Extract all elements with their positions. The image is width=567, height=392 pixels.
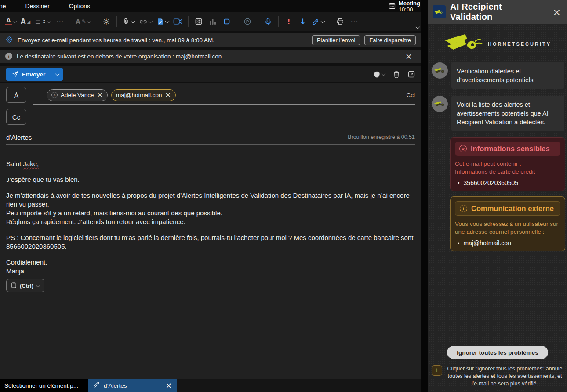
send-row: Envoyer [0, 66, 421, 83]
external-recipient-banner: i Le destinataire suivant est en dehors … [0, 50, 421, 63]
subject-input-value[interactable]: d’Alertes [6, 134, 32, 141]
presence-icon: × [51, 92, 58, 98]
schedule-send-text: Envoyez cet e-mail pendant vos heures de… [18, 37, 214, 44]
schedule-send-icon [5, 36, 13, 45]
meeting-time: 10:00 [399, 7, 420, 13]
remove-recipient-icon[interactable]: × [97, 91, 103, 98]
more-toolbar-options-button[interactable]: ⋯ [348, 14, 361, 29]
send-split-button[interactable]: Envoyer [6, 68, 63, 81]
alert-sensitive-info: × Informations sensibles Cet e-mail peut… [450, 137, 565, 191]
draft-tab[interactable]: d’Alertes × [88, 379, 177, 392]
body-paragraph: J’espère que tu vas bien. [6, 175, 414, 184]
hornet-avatar-icon [432, 96, 448, 112]
subject-row[interactable]: d’Alertes Brouillon enregistré à 00:51 [0, 127, 421, 147]
high-importance-button[interactable]: ! [282, 14, 295, 29]
recipient-name: maj@hotmail.con [116, 92, 162, 98]
ribbon-tab-partial[interactable]: ne [0, 3, 6, 10]
hornet-icon [444, 33, 483, 54]
loop-component-button[interactable] [220, 14, 233, 29]
hornetsecurity-logo: HORNETSECURITY [428, 33, 567, 54]
draft-tab-label: d’Alertes [104, 382, 127, 389]
bcc-toggle[interactable]: Cci [407, 92, 415, 98]
schedule-send-button[interactable]: Planifier l’envoi [312, 35, 360, 45]
hornet-avatar-icon [432, 62, 448, 79]
theme-brightness-button[interactable]: ☼ [100, 14, 113, 29]
assistant-message-text: Voici la liste des alertes et avertissem… [451, 96, 564, 131]
poll-chart-button[interactable] [206, 14, 219, 29]
sensitivity-button[interactable] [310, 14, 326, 29]
apps-grid-button[interactable] [192, 14, 205, 29]
message-body-editor[interactable]: Salut Jake, J’espère que tu vas bien. Je… [0, 147, 421, 379]
alert-line: Vous vous adressez à un utilisateur sur … [455, 220, 560, 236]
alert-detail-value: maj@hotmail.con [464, 240, 511, 247]
ribbon-collapse-chevron-icon[interactable] [416, 23, 419, 31]
send-button-label: Envoyer [22, 71, 45, 78]
banner-close-icon[interactable]: × [402, 51, 416, 61]
discard-trash-button[interactable] [393, 70, 400, 78]
bottom-status-bar: Sélectionner un élément p... d’Alertes × [0, 379, 421, 392]
ignore-all-issues-button[interactable]: Ignorer toutes les problèmes [447, 346, 548, 359]
status-bar-message: Sélectionner un élément p... [0, 379, 88, 392]
insert-link-button[interactable] [137, 14, 154, 29]
cc-button[interactable]: Cc [6, 109, 26, 125]
ribbon-tab-options[interactable]: Options [69, 3, 90, 10]
clipboard-icon [11, 282, 17, 290]
panel-close-icon[interactable]: × [551, 7, 563, 18]
alert-header: i Communication externe [455, 201, 560, 216]
line-spacing-button[interactable]: ≡↕ [33, 14, 52, 29]
ribbon-tab-draw[interactable]: Dessiner [25, 3, 50, 10]
cc-field-row: Cc [0, 107, 421, 127]
signature-button[interactable] [155, 14, 171, 29]
body-paragraph: Réglons ça rapidement. J’attends ton ret… [6, 218, 414, 226]
footer-disclaimer: Cliquer sur "Ignorer tous les problèmes"… [445, 365, 564, 388]
panel-header: AI Recipient Validation × [428, 0, 567, 24]
recipient-chip-flagged[interactable]: maj@hotmail.con × [111, 89, 176, 101]
body-paragraph: Marija [6, 267, 414, 276]
assistant-message: Vérification d'alertes et d'avertissemen… [428, 59, 567, 92]
meeting-reminder[interactable]: Meeting 10:00 [389, 0, 420, 13]
body-paragraph: Je m’attendais à avoir de tes nouvelles … [6, 191, 414, 209]
clear-formatting-button[interactable]: A◢ [19, 14, 32, 29]
print-button[interactable] [334, 14, 347, 29]
ribbon-menubar: ne Dessiner Options Meeting 10:00 [0, 0, 421, 12]
dismiss-banner-button[interactable]: Faire disparaître [364, 35, 416, 45]
brand-name: HORNETSECURITY [488, 41, 551, 47]
paste-options-button[interactable]: (Ctrl) [6, 279, 44, 292]
video-meeting-button[interactable] [171, 14, 185, 29]
send-options-chevron-icon[interactable] [51, 68, 63, 81]
info-circle-icon: i [460, 205, 467, 212]
alert-detail-value: 3566002020360505 [464, 179, 519, 186]
formatting-toolbar: A A◢ ≡↕ ⋯ A✎ ☼ [0, 12, 421, 33]
recipient-chip-adele[interactable]: × Adele Vance × [47, 89, 108, 101]
dictate-mic-button[interactable] [262, 14, 275, 29]
close-draft-tab-icon[interactable]: × [166, 381, 172, 390]
copilot-button[interactable] [241, 14, 254, 29]
info-square-icon: i [432, 365, 442, 376]
alert-line: Cet e-mail peut contenir : [455, 160, 560, 168]
to-button[interactable]: À [6, 87, 26, 103]
recipient-name: Adele Vance [61, 92, 94, 98]
external-recipient-text: Le destinataire suivant est en dehors de… [17, 53, 223, 60]
spellcheck-word: Jake, [23, 160, 39, 167]
panel-footer: i Cliquer sur "Ignorer tous les problème… [428, 365, 567, 392]
body-line-salutation: Salut Jake, [6, 160, 414, 168]
more-formatting-button[interactable]: ⋯ [53, 14, 66, 29]
pencil-icon [93, 381, 100, 389]
addin-app-icon [433, 5, 446, 18]
low-importance-button[interactable]: ↓ [296, 14, 309, 29]
circle-x-icon: × [459, 145, 467, 152]
encrypt-shield-button[interactable] [374, 71, 385, 78]
alert-title: Informations sensibles [471, 145, 550, 153]
font-color-button[interactable]: A [4, 14, 18, 29]
info-icon: i [5, 53, 12, 60]
to-field-row: À × Adele Vance × maj@hotmail.con × Cci [0, 83, 421, 107]
open-in-new-window-button[interactable] [408, 71, 415, 78]
meeting-title: Meeting [399, 0, 420, 7]
remove-recipient-icon[interactable]: × [165, 91, 171, 98]
app-window: ne Dessiner Options Meeting 10:00 A A◢ ≡… [0, 0, 567, 392]
attach-file-button[interactable] [120, 14, 136, 29]
schedule-send-banner: Envoyez cet e-mail pendant vos heures de… [0, 33, 421, 47]
body-paragraph: Peu importe s’il y a un retard, mais tie… [6, 209, 414, 218]
editor-button[interactable]: A✎ [74, 14, 92, 29]
compose-window: ne Dessiner Options Meeting 10:00 A A◢ ≡… [0, 0, 421, 392]
